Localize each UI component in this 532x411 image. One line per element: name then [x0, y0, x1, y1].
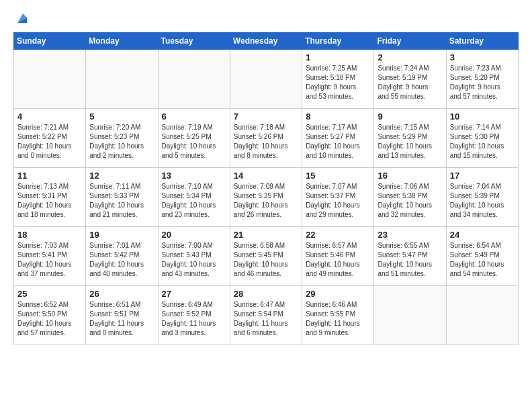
calendar-cell [14, 50, 86, 109]
calendar-cell [158, 50, 230, 109]
day-info: Sunrise: 7:14 AM Sunset: 5:30 PM Dayligh… [450, 123, 515, 161]
weekday-header-wednesday: Wednesday [230, 33, 302, 50]
calendar-cell: 2Sunrise: 7:24 AM Sunset: 5:19 PM Daylig… [374, 50, 446, 109]
day-number: 20 [162, 230, 226, 240]
day-number: 23 [378, 230, 442, 240]
day-info: Sunrise: 7:15 AM Sunset: 5:29 PM Dayligh… [378, 123, 442, 161]
calendar: SundayMondayTuesdayWednesdayThursdayFrid… [13, 32, 519, 345]
day-number: 29 [306, 289, 370, 299]
calendar-cell: 14Sunrise: 7:09 AM Sunset: 5:35 PM Dayli… [230, 168, 302, 227]
calendar-cell: 22Sunrise: 6:57 AM Sunset: 5:46 PM Dayli… [302, 227, 374, 286]
day-number: 12 [89, 171, 154, 181]
day-number: 14 [234, 171, 298, 181]
week-row-5: 25Sunrise: 6:52 AM Sunset: 5:50 PM Dayli… [14, 286, 519, 345]
calendar-cell [230, 50, 302, 109]
day-number: 21 [234, 230, 298, 240]
day-info: Sunrise: 7:00 AM Sunset: 5:43 PM Dayligh… [162, 241, 226, 279]
calendar-cell: 17Sunrise: 7:04 AM Sunset: 5:39 PM Dayli… [446, 168, 518, 227]
day-info: Sunrise: 7:25 AM Sunset: 5:18 PM Dayligh… [306, 64, 370, 101]
day-info: Sunrise: 6:52 AM Sunset: 5:50 PM Dayligh… [17, 300, 82, 338]
day-info: Sunrise: 7:20 AM Sunset: 5:23 PM Dayligh… [89, 123, 154, 161]
calendar-cell: 18Sunrise: 7:03 AM Sunset: 5:41 PM Dayli… [14, 227, 86, 286]
calendar-cell [446, 286, 518, 345]
day-info: Sunrise: 7:24 AM Sunset: 5:19 PM Dayligh… [378, 64, 442, 101]
day-number: 2 [378, 52, 442, 62]
calendar-cell: 20Sunrise: 7:00 AM Sunset: 5:43 PM Dayli… [158, 227, 230, 286]
week-row-1: 1Sunrise: 7:25 AM Sunset: 5:18 PM Daylig… [14, 50, 519, 109]
calendar-cell: 10Sunrise: 7:14 AM Sunset: 5:30 PM Dayli… [446, 109, 518, 168]
day-number: 24 [450, 230, 515, 240]
day-info: Sunrise: 7:23 AM Sunset: 5:20 PM Dayligh… [450, 64, 515, 101]
weekday-header-sunday: Sunday [14, 33, 86, 50]
day-number: 13 [162, 171, 226, 181]
calendar-cell: 16Sunrise: 7:06 AM Sunset: 5:38 PM Dayli… [374, 168, 446, 227]
calendar-cell: 26Sunrise: 6:51 AM Sunset: 5:51 PM Dayli… [86, 286, 158, 345]
calendar-cell: 28Sunrise: 6:47 AM Sunset: 5:54 PM Dayli… [230, 286, 302, 345]
day-info: Sunrise: 7:13 AM Sunset: 5:31 PM Dayligh… [17, 182, 82, 220]
day-number: 28 [234, 289, 298, 299]
calendar-cell [374, 286, 446, 345]
day-number: 8 [306, 111, 370, 122]
day-info: Sunrise: 6:46 AM Sunset: 5:55 PM Dayligh… [306, 300, 370, 338]
day-number: 10 [450, 111, 515, 122]
calendar-cell: 29Sunrise: 6:46 AM Sunset: 5:55 PM Dayli… [302, 286, 374, 345]
calendar-cell: 25Sunrise: 6:52 AM Sunset: 5:50 PM Dayli… [14, 286, 86, 345]
calendar-cell: 7Sunrise: 7:18 AM Sunset: 5:26 PM Daylig… [230, 109, 302, 168]
day-number: 5 [89, 111, 154, 122]
weekday-header-saturday: Saturday [446, 33, 518, 50]
weekday-header-row: SundayMondayTuesdayWednesdayThursdayFrid… [14, 33, 519, 50]
calendar-cell: 5Sunrise: 7:20 AM Sunset: 5:23 PM Daylig… [86, 109, 158, 168]
day-info: Sunrise: 7:04 AM Sunset: 5:39 PM Dayligh… [450, 182, 515, 220]
calendar-cell: 19Sunrise: 7:01 AM Sunset: 5:42 PM Dayli… [86, 227, 158, 286]
day-info: Sunrise: 6:57 AM Sunset: 5:46 PM Dayligh… [306, 241, 370, 279]
day-number: 18 [17, 230, 82, 240]
day-number: 9 [378, 111, 442, 122]
calendar-cell: 21Sunrise: 6:58 AM Sunset: 5:45 PM Dayli… [230, 227, 302, 286]
weekday-header-tuesday: Tuesday [158, 33, 230, 50]
day-info: Sunrise: 7:06 AM Sunset: 5:38 PM Dayligh… [378, 182, 442, 220]
day-number: 3 [450, 52, 515, 62]
calendar-cell: 23Sunrise: 6:55 AM Sunset: 5:47 PM Dayli… [374, 227, 446, 286]
day-number: 7 [234, 111, 298, 122]
day-number: 25 [17, 289, 82, 299]
calendar-cell: 8Sunrise: 7:17 AM Sunset: 5:27 PM Daylig… [302, 109, 374, 168]
week-row-3: 11Sunrise: 7:13 AM Sunset: 5:31 PM Dayli… [14, 168, 519, 227]
logo [13, 11, 30, 26]
calendar-cell: 15Sunrise: 7:07 AM Sunset: 5:37 PM Dayli… [302, 168, 374, 227]
calendar-cell: 4Sunrise: 7:21 AM Sunset: 5:22 PM Daylig… [14, 109, 86, 168]
day-number: 4 [17, 111, 82, 122]
weekday-header-friday: Friday [374, 33, 446, 50]
day-number: 15 [306, 171, 370, 181]
day-number: 22 [306, 230, 370, 240]
day-number: 16 [378, 171, 442, 181]
day-info: Sunrise: 7:01 AM Sunset: 5:42 PM Dayligh… [89, 241, 154, 279]
day-number: 19 [89, 230, 154, 240]
calendar-cell: 9Sunrise: 7:15 AM Sunset: 5:29 PM Daylig… [374, 109, 446, 168]
day-info: Sunrise: 7:09 AM Sunset: 5:35 PM Dayligh… [234, 182, 298, 220]
day-info: Sunrise: 7:03 AM Sunset: 5:41 PM Dayligh… [17, 241, 82, 279]
day-number: 6 [162, 111, 226, 122]
day-info: Sunrise: 6:49 AM Sunset: 5:52 PM Dayligh… [162, 300, 226, 338]
calendar-cell: 3Sunrise: 7:23 AM Sunset: 5:20 PM Daylig… [446, 50, 518, 109]
calendar-cell: 27Sunrise: 6:49 AM Sunset: 5:52 PM Dayli… [158, 286, 230, 345]
day-info: Sunrise: 7:10 AM Sunset: 5:34 PM Dayligh… [162, 182, 226, 220]
weekday-header-thursday: Thursday [302, 33, 374, 50]
calendar-cell: 13Sunrise: 7:10 AM Sunset: 5:34 PM Dayli… [158, 168, 230, 227]
week-row-4: 18Sunrise: 7:03 AM Sunset: 5:41 PM Dayli… [14, 227, 519, 286]
calendar-cell [86, 50, 158, 109]
week-row-2: 4Sunrise: 7:21 AM Sunset: 5:22 PM Daylig… [14, 109, 519, 168]
weekday-header-monday: Monday [86, 33, 158, 50]
day-number: 26 [89, 289, 154, 299]
day-number: 17 [450, 171, 515, 181]
day-info: Sunrise: 6:51 AM Sunset: 5:51 PM Dayligh… [89, 300, 154, 338]
logo-icon [15, 11, 30, 26]
day-number: 11 [17, 171, 82, 181]
day-info: Sunrise: 6:54 AM Sunset: 5:49 PM Dayligh… [450, 241, 515, 279]
day-info: Sunrise: 7:18 AM Sunset: 5:26 PM Dayligh… [234, 123, 298, 161]
calendar-cell: 11Sunrise: 7:13 AM Sunset: 5:31 PM Dayli… [14, 168, 86, 227]
calendar-cell: 6Sunrise: 7:19 AM Sunset: 5:25 PM Daylig… [158, 109, 230, 168]
day-info: Sunrise: 6:58 AM Sunset: 5:45 PM Dayligh… [234, 241, 298, 279]
calendar-cell: 12Sunrise: 7:11 AM Sunset: 5:33 PM Dayli… [86, 168, 158, 227]
day-info: Sunrise: 7:07 AM Sunset: 5:37 PM Dayligh… [306, 182, 370, 220]
day-info: Sunrise: 6:55 AM Sunset: 5:47 PM Dayligh… [378, 241, 442, 279]
